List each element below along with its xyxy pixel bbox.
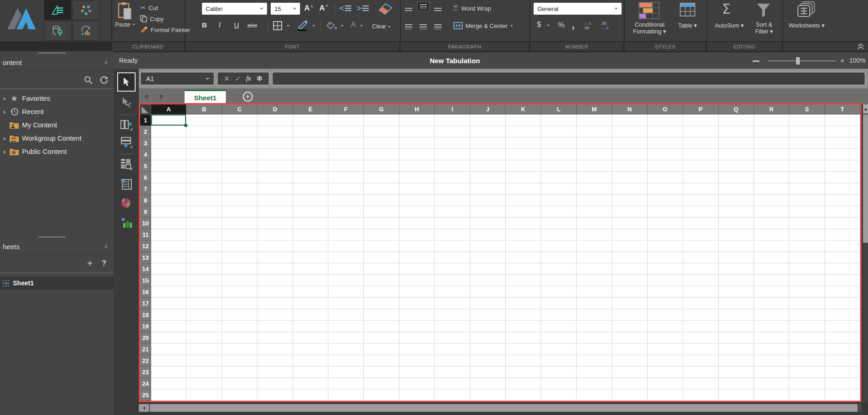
cell-S8[interactable] [789, 195, 824, 206]
cell-B5[interactable] [186, 160, 222, 172]
cell-T18[interactable] [825, 309, 860, 321]
clear-button-icon-area[interactable] [375, 2, 393, 15]
cell-S7[interactable] [789, 183, 824, 195]
column-header-N[interactable]: N [612, 104, 647, 115]
cell-E2[interactable] [293, 126, 328, 137]
cell-L4[interactable] [541, 149, 576, 160]
cell-O12[interactable] [648, 240, 683, 252]
cell-D18[interactable] [257, 309, 293, 321]
cell-L21[interactable] [541, 344, 576, 355]
cell-B9[interactable] [186, 206, 222, 218]
cell-P8[interactable] [683, 195, 718, 206]
cell-G11[interactable] [364, 229, 399, 240]
cell-P20[interactable] [683, 332, 718, 344]
cell-A9[interactable] [151, 206, 186, 218]
font-family-select[interactable]: Calibri [202, 3, 267, 15]
cell-P16[interactable] [683, 286, 718, 298]
cell-J7[interactable] [470, 183, 506, 195]
cell-N17[interactable] [612, 298, 647, 309]
cell-H10[interactable] [399, 218, 435, 229]
cell-F1[interactable] [328, 115, 364, 126]
cell-L12[interactable] [541, 240, 576, 252]
number-format-select[interactable]: General [534, 3, 622, 15]
cell-T12[interactable] [825, 240, 860, 252]
cell-G22[interactable] [364, 355, 399, 366]
cell-A24[interactable] [151, 378, 186, 389]
cell-D22[interactable] [257, 355, 293, 366]
cell-R23[interactable] [754, 366, 789, 378]
expand-caret-icon[interactable] [4, 147, 8, 155]
cell-P12[interactable] [683, 240, 718, 252]
cell-P21[interactable] [683, 344, 718, 355]
sidebar-sheet-item[interactable]: Sheet1 [0, 277, 114, 289]
cell-G3[interactable] [364, 137, 399, 149]
cell-O25[interactable] [648, 389, 683, 401]
cell-I25[interactable] [435, 389, 470, 401]
cell-R25[interactable] [754, 389, 789, 401]
vertical-scrollbar[interactable] [863, 104, 868, 402]
cell-A10[interactable] [151, 218, 186, 229]
cell-F8[interactable] [328, 195, 364, 206]
italic-button[interactable]: I [218, 21, 221, 29]
cell-A4[interactable] [151, 149, 186, 160]
percent-button[interactable]: % [558, 21, 565, 30]
column-header-Q[interactable]: Q [719, 104, 754, 115]
cell-M18[interactable] [577, 309, 612, 321]
sidebar-item-recent[interactable]: Recent [0, 105, 114, 118]
cell-G10[interactable] [364, 218, 399, 229]
cell-A25[interactable] [151, 389, 186, 401]
row-header-23[interactable]: 23 [140, 366, 151, 378]
font-color-dropdown-icon[interactable] [360, 25, 363, 27]
cell-P18[interactable] [683, 309, 718, 321]
cell-S16[interactable] [789, 286, 824, 298]
clear-button[interactable]: Clear [372, 23, 391, 30]
cell-Q20[interactable] [719, 332, 754, 344]
align-middle-button[interactable] [418, 2, 429, 11]
worksheets-label[interactable]: Worksheets ▾ [786, 22, 827, 29]
cell-N4[interactable] [612, 149, 647, 160]
app-tabulation-button[interactable] [44, 0, 71, 20]
cell-D11[interactable] [257, 229, 293, 240]
column-header-O[interactable]: O [648, 104, 683, 115]
cell-G20[interactable] [364, 332, 399, 344]
search-icon[interactable] [84, 76, 93, 84]
cell-J20[interactable] [470, 332, 506, 344]
row-header-4[interactable]: 4 [140, 149, 151, 160]
cell-R3[interactable] [754, 137, 789, 149]
cell-I11[interactable] [435, 229, 470, 240]
cell-R22[interactable] [754, 355, 789, 366]
cell-Q8[interactable] [719, 195, 754, 206]
zoom-out-button[interactable] [751, 52, 760, 70]
cell-Q10[interactable] [719, 218, 754, 229]
cell-C9[interactable] [222, 206, 257, 218]
cell-T5[interactable] [825, 160, 860, 172]
cell-F10[interactable] [328, 218, 364, 229]
cell-M20[interactable] [577, 332, 612, 344]
cell-K10[interactable] [506, 218, 541, 229]
cell-N20[interactable] [612, 332, 647, 344]
cell-C1[interactable] [222, 115, 257, 126]
row-header-10[interactable]: 10 [140, 218, 151, 229]
insert-chart-tool-button[interactable] [118, 215, 135, 230]
cell-R19[interactable] [754, 321, 789, 332]
ai-assistant-icon[interactable]: ✻ [257, 74, 262, 83]
cell-P5[interactable] [683, 160, 718, 172]
cell-T23[interactable] [825, 366, 860, 378]
cell-H7[interactable] [399, 183, 435, 195]
cell-M12[interactable] [577, 240, 612, 252]
cell-E21[interactable] [293, 344, 328, 355]
cell-B14[interactable] [186, 263, 222, 275]
cell-R2[interactable] [754, 126, 789, 137]
column-header-C[interactable]: C [222, 104, 257, 115]
cell-E18[interactable] [293, 309, 328, 321]
cell-K22[interactable] [506, 355, 541, 366]
cell-J21[interactable] [470, 344, 506, 355]
cell-D12[interactable] [257, 240, 293, 252]
cell-L7[interactable] [541, 183, 576, 195]
cell-D20[interactable] [257, 332, 293, 344]
cell-F14[interactable] [328, 263, 364, 275]
cell-C4[interactable] [222, 149, 257, 160]
insert-table-tool-button[interactable] [118, 177, 135, 191]
cell-H19[interactable] [399, 321, 435, 332]
cell-D17[interactable] [257, 298, 293, 309]
